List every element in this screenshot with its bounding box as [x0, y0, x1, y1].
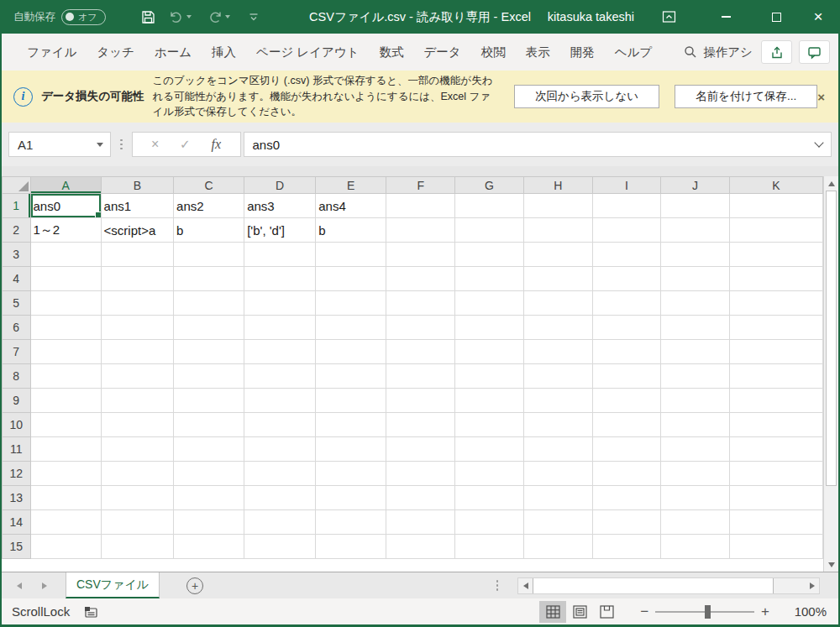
cell-J10[interactable] — [661, 413, 730, 437]
cell-H3[interactable] — [523, 243, 592, 267]
tab-touch[interactable]: タッチ — [87, 34, 144, 71]
enter-icon[interactable]: ✓ — [180, 137, 191, 152]
cell-B5[interactable] — [101, 291, 173, 316]
cell-K3[interactable] — [729, 243, 822, 267]
cell-F15[interactable] — [386, 535, 455, 559]
cell-F7[interactable] — [386, 340, 455, 364]
cell-J13[interactable] — [661, 486, 730, 510]
scroll-up-icon[interactable] — [824, 176, 838, 191]
cell-J8[interactable] — [661, 364, 730, 389]
save-button[interactable] — [134, 0, 161, 34]
insert-function-icon[interactable]: fx — [212, 137, 222, 152]
cell-I4[interactable] — [592, 267, 660, 291]
column-header-F[interactable]: F — [386, 177, 455, 194]
cell-E6[interactable] — [316, 316, 386, 340]
cell-J9[interactable] — [661, 389, 730, 413]
row-header-3[interactable]: 3 — [3, 243, 31, 267]
tab-help[interactable]: ヘルプ — [605, 34, 663, 71]
cell-C12[interactable] — [174, 462, 244, 486]
cell-D11[interactable] — [244, 437, 316, 462]
cell-J12[interactable] — [661, 462, 730, 486]
row-header-5[interactable]: 5 — [3, 291, 31, 316]
cell-E1[interactable]: ans4 — [316, 194, 386, 218]
cell-E5[interactable] — [316, 291, 386, 316]
cell-C5[interactable] — [174, 291, 244, 316]
cell-H11[interactable] — [523, 437, 592, 462]
cell-F14[interactable] — [386, 510, 455, 535]
cell-A2[interactable]: 1～2 — [30, 218, 101, 243]
cell-G7[interactable] — [455, 340, 524, 364]
cell-H14[interactable] — [523, 510, 592, 535]
comments-button[interactable] — [799, 40, 830, 64]
cell-K14[interactable] — [729, 510, 822, 535]
cell-D15[interactable] — [244, 535, 316, 559]
cell-B7[interactable] — [101, 340, 173, 364]
cell-H7[interactable] — [523, 340, 592, 364]
cell-A8[interactable] — [30, 364, 101, 389]
ribbon-display-options-button[interactable] — [655, 0, 682, 34]
cell-K12[interactable] — [729, 462, 822, 486]
cell-C6[interactable] — [174, 316, 244, 340]
cell-C13[interactable] — [174, 486, 244, 510]
cell-J14[interactable] — [661, 510, 730, 535]
cell-E10[interactable] — [316, 413, 386, 437]
cell-G12[interactable] — [455, 462, 524, 486]
cell-H2[interactable] — [523, 218, 592, 243]
cell-H8[interactable] — [523, 364, 592, 389]
cell-E7[interactable] — [316, 340, 386, 364]
cell-F3[interactable] — [386, 243, 455, 267]
cell-F4[interactable] — [386, 267, 455, 291]
cell-I1[interactable] — [592, 194, 660, 218]
cell-K10[interactable] — [729, 413, 822, 437]
cell-K1[interactable] — [729, 194, 822, 218]
cell-A5[interactable] — [30, 291, 101, 316]
cell-B2[interactable]: <script>a — [101, 218, 173, 243]
row-header-4[interactable]: 4 — [3, 267, 31, 291]
scroll-down-icon[interactable] — [824, 557, 838, 572]
cell-H6[interactable] — [523, 316, 592, 340]
cell-C14[interactable] — [174, 510, 244, 535]
cell-H12[interactable] — [523, 462, 592, 486]
undo-button[interactable] — [166, 0, 193, 34]
cell-A3[interactable] — [30, 243, 101, 267]
cell-E2[interactable]: b — [316, 218, 386, 243]
cell-G13[interactable] — [455, 486, 524, 510]
row-header-1[interactable]: 1 — [3, 194, 31, 218]
name-box[interactable]: A1 — [8, 132, 111, 157]
cell-K2[interactable] — [729, 218, 822, 243]
cell-G1[interactable] — [455, 194, 524, 218]
cell-A1[interactable]: ans0 — [30, 194, 101, 218]
cell-H13[interactable] — [523, 486, 592, 510]
row-header-8[interactable]: 8 — [3, 364, 31, 389]
cell-J15[interactable] — [661, 535, 730, 559]
cell-D8[interactable] — [244, 364, 316, 389]
cell-E14[interactable] — [316, 510, 386, 535]
cell-H10[interactable] — [523, 413, 592, 437]
tab-view[interactable]: 表示 — [516, 34, 560, 71]
tab-page-layout[interactable]: ページ レイアウト — [246, 34, 369, 71]
cell-H4[interactable] — [523, 267, 592, 291]
cell-A4[interactable] — [30, 267, 101, 291]
cell-E11[interactable] — [316, 437, 386, 462]
cell-E13[interactable] — [316, 486, 386, 510]
cell-B11[interactable] — [101, 437, 173, 462]
save-as-button[interactable]: 名前を付けて保存... — [675, 85, 817, 108]
cell-D6[interactable] — [244, 316, 316, 340]
cell-E9[interactable] — [316, 389, 386, 413]
cell-B15[interactable] — [101, 535, 173, 559]
cell-A9[interactable] — [30, 389, 101, 413]
cell-K7[interactable] — [729, 340, 822, 364]
cell-E8[interactable] — [316, 364, 386, 389]
tab-file[interactable]: ファイル — [17, 34, 87, 71]
column-header-A[interactable]: A — [30, 177, 101, 194]
column-header-D[interactable]: D — [244, 177, 316, 194]
row-header-15[interactable]: 15 — [3, 535, 31, 559]
cell-C3[interactable] — [174, 243, 244, 267]
row-header-2[interactable]: 2 — [3, 218, 31, 243]
cell-E3[interactable] — [316, 243, 386, 267]
formula-bar-resize-handle[interactable] — [120, 139, 123, 150]
select-all-corner[interactable] — [3, 177, 31, 194]
cell-B4[interactable] — [101, 267, 173, 291]
autosave-toggle[interactable]: 自動保存 オフ — [13, 0, 106, 34]
cell-F9[interactable] — [386, 389, 455, 413]
